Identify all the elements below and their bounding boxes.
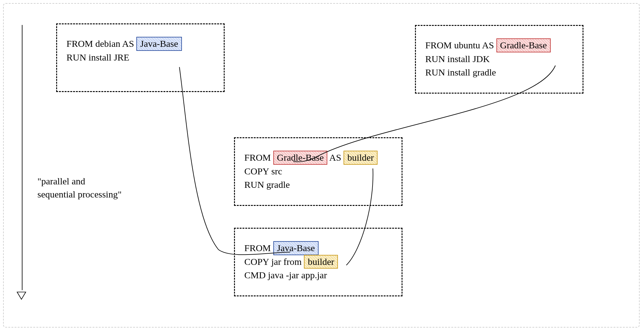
code-line: CMD java -jar app.jar [244,268,392,282]
code-line: RUN install gradle [425,66,573,79]
code-line: COPY jar from builder [244,255,392,269]
flow-arrow-line [22,25,22,290]
code-line: COPY src [244,164,392,178]
from-prefix: FROM debian AS [66,38,136,49]
stage-builder: FROM Gradle-Base AS builder COPY src RUN… [234,137,402,206]
code-line: FROM Gradle-Base AS builder [244,151,392,164]
stage-name-java-base: Java-Base [136,37,182,51]
from-prefix: FROM [244,152,273,163]
code-line: RUN gradle [244,178,392,192]
as-keyword: AS [327,152,344,163]
code-line: RUN install JRE [66,51,214,64]
code-line: FROM ubuntu AS Gradle-Base [425,38,573,52]
flow-caption: "parallel and sequential processing" [37,175,122,201]
ref-java-base: Java-Base [273,241,319,255]
flow-arrow-head: ▽ [17,289,26,301]
stage-name-gradle-base: Gradle-Base [496,38,551,52]
code-line: FROM debian AS Java-Base [66,37,214,51]
stage-java-base: FROM debian AS Java-Base RUN install JRE [56,23,225,92]
code-line: RUN install JDK [425,52,573,66]
from-prefix: FROM [244,243,273,253]
stage-final: FROM Java-Base COPY jar from builder CMD… [234,228,402,296]
from-prefix: FROM ubuntu AS [425,40,496,50]
copy-prefix: COPY jar from [244,256,304,267]
stage-name-builder: builder [344,151,378,165]
ref-gradle-base: Gradle-Base [273,151,328,165]
code-line: FROM Java-Base [244,241,392,255]
ref-builder: builder [304,255,338,269]
stage-gradle-base: FROM ubuntu AS Gradle-Base RUN install J… [415,25,583,94]
